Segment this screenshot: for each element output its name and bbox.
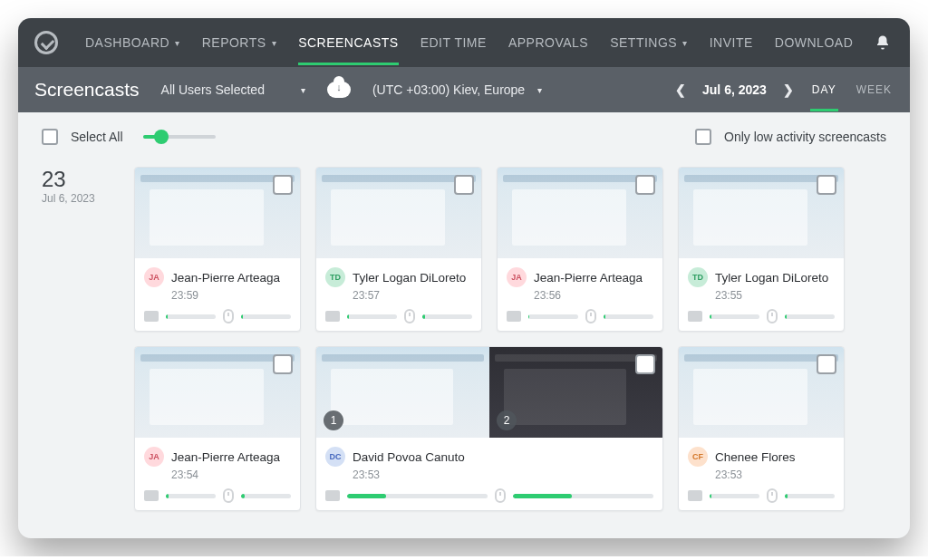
keyboard-activity-bar — [166, 314, 216, 319]
range-week[interactable]: WEEK — [855, 68, 894, 111]
mouse-activity-bar — [241, 494, 291, 498]
keyboard-activity-bar — [347, 494, 488, 498]
timezone-dropdown[interactable]: (UTC +03:00) Kiev, Europe ▾ — [372, 82, 542, 97]
nav-screencasts[interactable]: SCREENCASTS — [298, 35, 399, 50]
user-avatar: JA — [507, 267, 527, 287]
chevron-down-icon: ▾ — [301, 85, 305, 95]
nav-edit-time[interactable]: EDIT TIME — [420, 35, 487, 50]
screenshot-card[interactable]: JAJean-Pierre Arteaga23:59 — [134, 167, 301, 332]
user-name: Tyler Logan DiLoreto — [353, 271, 466, 285]
mouse-activity-bar — [241, 314, 291, 319]
screenshot-thumbnail[interactable] — [135, 168, 300, 258]
screenshot-thumbnail[interactable]: 12 — [316, 347, 662, 438]
nav-invite[interactable]: INVITE — [710, 35, 753, 50]
screenshot-card[interactable]: TDTyler Logan DiLoreto23:57 — [315, 167, 482, 332]
top-nav: DASHBOARD▾ REPORTS▾ SCREENCASTS EDIT TIM… — [18, 18, 910, 67]
screenshot-thumbnail[interactable] — [679, 347, 844, 438]
prev-day-button[interactable]: ❮ — [675, 82, 686, 97]
keyboard-icon — [325, 490, 340, 501]
screenshot-card[interactable]: JAJean-Pierre Arteaga23:54 — [134, 346, 301, 511]
user-name: Jean-Pierre Arteaga — [534, 271, 643, 285]
cloud-download-icon[interactable] — [327, 82, 351, 98]
keyboard-icon — [144, 311, 159, 322]
screenshot-grid: JAJean-Pierre Arteaga23:59TDTyler Logan … — [134, 167, 886, 511]
activity-threshold-slider[interactable] — [143, 135, 216, 139]
mouse-activity-bar — [604, 314, 653, 319]
next-day-button[interactable]: ❯ — [783, 82, 794, 97]
mouse-activity-bar — [785, 314, 835, 319]
card-checkbox[interactable] — [635, 354, 655, 374]
nav-dashboard[interactable]: DASHBOARD▾ — [85, 35, 180, 50]
keyboard-icon — [144, 490, 159, 501]
bell-icon[interactable] — [875, 34, 891, 52]
user-name: David Povoa Canuto — [353, 450, 465, 464]
keyboard-activity-bar — [710, 494, 759, 498]
user-filter-dropdown[interactable]: All Users Selected ▾ — [161, 82, 305, 97]
select-all-label: Select All — [71, 130, 123, 144]
keyboard-activity-bar — [347, 314, 397, 319]
range-toggle: DAY WEEK — [810, 68, 894, 111]
mouse-icon — [223, 309, 234, 323]
content-area: 23 Jul 6, 2023 JAJean-Pierre Arteaga23:5… — [18, 150, 910, 538]
capture-time: 23:53 — [353, 468, 653, 481]
mouse-icon — [495, 488, 506, 503]
user-avatar: DC — [325, 447, 345, 467]
screenshot-card[interactable]: 12DCDavid Povoa Canuto23:53 — [315, 346, 663, 511]
keyboard-activity-bar — [166, 494, 216, 498]
user-avatar: TD — [325, 267, 345, 287]
mouse-activity-bar — [785, 494, 835, 498]
user-name: Chenee Flores — [715, 450, 796, 464]
mouse-icon — [767, 488, 778, 503]
screen-number-badge: 1 — [324, 410, 343, 430]
capture-time: 23:56 — [534, 289, 653, 302]
sub-toolbar: Screencasts All Users Selected ▾ (UTC +0… — [18, 67, 910, 112]
time-group-label: 23 Jul 6, 2023 — [42, 167, 114, 205]
keyboard-icon — [688, 311, 702, 322]
screenshot-thumbnail[interactable] — [316, 168, 481, 258]
page-title: Screencasts — [34, 79, 140, 101]
user-avatar: JA — [144, 267, 164, 287]
nav-settings[interactable]: SETTINGS▾ — [610, 35, 688, 50]
card-checkbox[interactable] — [454, 175, 474, 195]
capture-time: 23:59 — [171, 289, 291, 302]
app-window: DASHBOARD▾ REPORTS▾ SCREENCASTS EDIT TIM… — [18, 18, 910, 538]
keyboard-activity-bar — [710, 314, 759, 319]
keyboard-icon — [688, 490, 702, 501]
nav-download[interactable]: DOWNLOAD — [775, 35, 853, 50]
card-checkbox[interactable] — [273, 354, 293, 374]
screenshot-card[interactable]: TDTyler Logan DiLoreto23:55 — [678, 167, 845, 332]
user-avatar: TD — [688, 267, 708, 287]
card-checkbox[interactable] — [273, 175, 293, 195]
date-navigator: ❮ Jul 6, 2023 ❯ DAY WEEK — [675, 68, 894, 111]
only-low-checkbox[interactable] — [695, 129, 711, 145]
chevron-down-icon: ▾ — [682, 38, 688, 48]
screenshot-card[interactable]: CFChenee Flores23:53 — [678, 346, 845, 511]
user-name: Tyler Logan DiLoreto — [715, 271, 828, 285]
capture-time: 23:54 — [171, 468, 291, 481]
keyboard-activity-bar — [528, 314, 578, 319]
card-checkbox[interactable] — [817, 354, 836, 374]
nav-reports[interactable]: REPORTS▾ — [202, 35, 276, 50]
nav-approvals[interactable]: APPROVALS — [508, 35, 588, 50]
screenshot-card[interactable]: JAJean-Pierre Arteaga23:56 — [497, 167, 663, 332]
card-checkbox[interactable] — [817, 175, 836, 195]
chevron-down-icon: ▾ — [175, 38, 180, 48]
screenshot-thumbnail[interactable] — [135, 347, 300, 438]
hour-label: 23 — [42, 167, 114, 192]
screenshot-thumbnail[interactable] — [498, 168, 662, 258]
mouse-icon — [767, 309, 778, 323]
capture-time: 23:57 — [353, 289, 472, 302]
user-avatar: JA — [144, 447, 164, 467]
keyboard-icon — [325, 311, 340, 322]
current-date[interactable]: Jul 6, 2023 — [702, 82, 767, 97]
user-name: Jean-Pierre Arteaga — [171, 450, 280, 464]
select-all-checkbox[interactable] — [42, 129, 58, 145]
card-checkbox[interactable] — [635, 175, 655, 195]
mouse-icon — [585, 309, 596, 323]
range-day[interactable]: DAY — [810, 68, 838, 111]
user-avatar: CF — [688, 447, 708, 467]
mouse-icon — [404, 309, 415, 323]
screenshot-thumbnail[interactable] — [679, 168, 844, 258]
logo-icon — [34, 31, 58, 54]
capture-time: 23:55 — [715, 289, 835, 302]
